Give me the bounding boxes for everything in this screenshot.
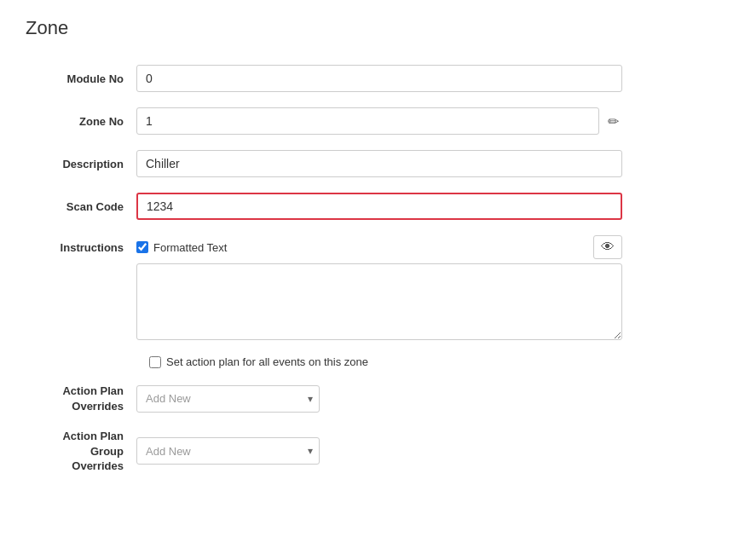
action-plan-group-overrides-row: Action Plan Group Overrides Add New ▾ bbox=[43, 429, 622, 474]
edit-icon: ✏ bbox=[608, 113, 619, 130]
scan-code-label: Scan Code bbox=[43, 200, 136, 213]
eye-icon: 👁 bbox=[601, 240, 615, 255]
description-input[interactable] bbox=[136, 150, 622, 177]
zone-no-row: Zone No ✏ bbox=[43, 107, 622, 135]
action-plan-group-overrides-label: Action Plan Group Overrides bbox=[43, 429, 136, 474]
description-label: Description bbox=[43, 158, 136, 170]
module-no-input[interactable] bbox=[136, 65, 622, 92]
set-action-plan-label[interactable]: Set action plan for all events on this z… bbox=[149, 355, 368, 368]
instructions-row: Instructions Formatted Text 👁 bbox=[43, 235, 622, 340]
action-plan-overrides-row: Action Plan Overrides Add New ▾ bbox=[43, 384, 622, 413]
zone-no-input-group: ✏ bbox=[136, 107, 622, 135]
description-row: Description bbox=[43, 150, 622, 177]
formatted-text-label: Formatted Text bbox=[153, 241, 227, 254]
scan-code-row: Scan Code bbox=[43, 193, 622, 220]
scan-code-input[interactable] bbox=[136, 193, 622, 220]
page-title: Zone bbox=[26, 17, 719, 39]
module-no-row: Module No bbox=[43, 65, 622, 92]
instructions-top: Formatted Text 👁 bbox=[136, 235, 622, 259]
action-plan-group-overrides-select[interactable]: Add New bbox=[136, 437, 320, 465]
action-plan-overrides-select-wrapper: Add New ▾ bbox=[136, 385, 320, 413]
set-action-plan-checkbox[interactable] bbox=[149, 356, 161, 368]
instructions-wrapper: Formatted Text 👁 bbox=[136, 235, 622, 340]
formatted-text-checkbox[interactable] bbox=[136, 241, 148, 253]
zone-no-edit-button[interactable]: ✏ bbox=[604, 110, 622, 133]
eye-button[interactable]: 👁 bbox=[593, 235, 622, 259]
instructions-textarea[interactable] bbox=[136, 263, 622, 340]
formatted-text-checkbox-label[interactable]: Formatted Text bbox=[136, 241, 227, 254]
action-plan-overrides-label: Action Plan Overrides bbox=[43, 384, 136, 413]
instructions-label: Instructions bbox=[43, 235, 136, 256]
set-action-plan-text: Set action plan for all events on this z… bbox=[166, 355, 368, 368]
action-plan-overrides-select[interactable]: Add New bbox=[136, 385, 320, 413]
action-plan-group-overrides-select-wrapper: Add New ▾ bbox=[136, 437, 320, 465]
set-action-plan-row: Set action plan for all events on this z… bbox=[149, 355, 622, 368]
page-container: Zone Module No Zone No ✏ Description Sca… bbox=[0, 0, 745, 506]
module-no-label: Module No bbox=[43, 72, 136, 85]
zone-no-label: Zone No bbox=[43, 115, 136, 128]
form-container: Module No Zone No ✏ Description Scan Cod… bbox=[43, 65, 622, 474]
zone-no-input[interactable] bbox=[136, 107, 599, 135]
